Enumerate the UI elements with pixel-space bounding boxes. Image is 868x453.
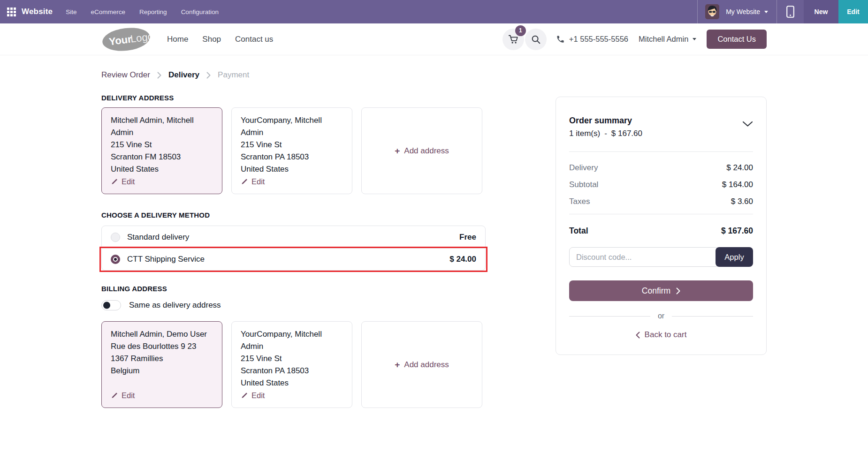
breadcrumb-payment: Payment: [218, 70, 249, 80]
plus-icon: +: [395, 360, 400, 369]
discount-code-group: Apply: [569, 247, 753, 267]
address-street: Rue des Bourlottes 9 23: [111, 340, 213, 353]
chevron-left-icon: [636, 332, 640, 339]
summary-total-row: Total $ 167.60: [569, 226, 753, 236]
edit-address-link[interactable]: Edit: [241, 175, 343, 188]
same-as-delivery-toggle[interactable]: [101, 300, 121, 310]
chevron-down-icon: [742, 121, 753, 127]
phone-link[interactable]: +1 555-555-5556: [556, 35, 628, 44]
pencil-icon: [241, 392, 248, 399]
plus-icon: +: [395, 146, 400, 155]
address-city: 1367 Ramillies: [111, 353, 213, 365]
cart-button[interactable]: 1: [503, 29, 524, 50]
menu-configuration[interactable]: Configuration: [181, 8, 219, 15]
cart-icon: [508, 34, 518, 45]
discount-code-input[interactable]: [569, 247, 719, 267]
checkout-breadcrumb: Review Order Delivery Payment: [101, 70, 868, 80]
nav-home[interactable]: Home: [167, 35, 188, 44]
site-logo[interactable]: Your Logo: [101, 26, 151, 53]
billing-address-cards: Mitchell Admin, Demo User Rue des Bourlo…: [101, 321, 486, 408]
radio-unchecked[interactable]: [111, 233, 120, 242]
pencil-icon: [111, 178, 118, 185]
nav-shop[interactable]: Shop: [202, 35, 221, 44]
same-as-delivery-toggle-row: Same as delivery address: [101, 300, 486, 310]
website-switcher[interactable]: My Website: [726, 8, 768, 15]
divider: [569, 151, 753, 152]
menu-reporting[interactable]: Reporting: [139, 8, 167, 15]
delivery-option-ctt[interactable]: CTT Shipping Service $ 24.00: [102, 248, 485, 270]
phone-number: +1 555-555-5556: [569, 35, 628, 44]
address-country: United States: [111, 163, 213, 175]
chevron-right-icon: [676, 287, 680, 294]
pencil-icon: [111, 392, 118, 399]
chevron-down-icon: [693, 38, 696, 40]
order-summary-card: Order summary 1 item(s) - $ 167.60 Deliv…: [556, 97, 767, 355]
address-name: Mitchell Admin, Demo User: [111, 328, 213, 340]
user-avatar[interactable]: [705, 4, 719, 19]
mobile-preview-button[interactable]: [786, 6, 794, 18]
app-name[interactable]: Website: [22, 7, 53, 16]
billing-address-card-selected[interactable]: Mitchell Admin, Demo User Rue des Bourlo…: [101, 321, 222, 408]
address-country: United States: [241, 163, 343, 175]
new-button[interactable]: New: [804, 0, 838, 23]
apps-menu[interactable]: Website: [7, 7, 53, 16]
admin-topbar: Website Site eCommerce Reporting Configu…: [0, 0, 868, 23]
delivery-option-standard[interactable]: Standard delivery Free: [102, 226, 485, 248]
search-icon: [531, 34, 541, 45]
or-separator: or: [569, 312, 753, 320]
address-name: YourCompany, Mitchell Admin: [241, 114, 343, 139]
delivery-method-title: CHOOSE A DELIVERY METHOD: [101, 211, 486, 219]
address-street: 215 Vine St: [111, 139, 213, 151]
divider: [672, 316, 753, 317]
total-label: Total: [569, 226, 588, 236]
mobile-icon: [786, 6, 794, 18]
pencil-icon: [241, 178, 248, 185]
address-city: Scranton PA 18503: [241, 151, 343, 163]
chevron-right-icon: [206, 72, 211, 79]
radio-checked[interactable]: [111, 255, 120, 264]
address-city: Scranton PA 18503: [241, 365, 343, 377]
site-header: Your Logo Home Shop Contact us 1: [0, 23, 868, 55]
site-nav: Home Shop Contact us: [167, 35, 273, 44]
edit-button[interactable]: Edit: [838, 0, 868, 23]
billing-address-card[interactable]: YourCompany, Mitchell Admin 215 Vine St …: [231, 321, 352, 408]
menu-ecommerce[interactable]: eCommerce: [91, 8, 126, 15]
search-button[interactable]: [525, 29, 547, 50]
delivery-address-cards: Mitchell Admin, Mitchell Admin 215 Vine …: [101, 107, 486, 194]
toggle-label: Same as delivery address: [129, 301, 221, 310]
back-to-cart-link[interactable]: Back to cart: [569, 330, 753, 340]
address-street: 215 Vine St: [241, 353, 343, 365]
edit-address-link[interactable]: Edit: [111, 175, 213, 188]
contact-us-button[interactable]: Contact Us: [707, 30, 767, 49]
breadcrumb-review-order[interactable]: Review Order: [101, 70, 150, 80]
order-summary-title: Order summary: [569, 116, 642, 126]
address-name: Mitchell Admin, Mitchell Admin: [111, 114, 213, 139]
address-country: United States: [241, 377, 343, 389]
address-country: Belgium: [111, 365, 213, 377]
address-name: YourCompany, Mitchell Admin: [241, 328, 343, 353]
address-city: Scranton FM 18503: [111, 151, 213, 163]
order-summary-items-line: 1 item(s) - $ 167.60: [569, 129, 642, 138]
radio-dot: [114, 258, 117, 261]
summary-expand-button[interactable]: [742, 121, 753, 129]
user-name: Mitchell Admin: [639, 35, 688, 44]
nav-contact-us[interactable]: Contact us: [235, 35, 273, 44]
phone-icon: [556, 35, 565, 44]
toggle-knob: [103, 302, 110, 309]
add-delivery-address-button[interactable]: + Add address: [361, 107, 482, 194]
delivery-address-card[interactable]: YourCompany, Mitchell Admin 215 Vine St …: [231, 107, 352, 194]
user-account-menu[interactable]: Mitchell Admin: [639, 35, 696, 44]
add-billing-address-button[interactable]: + Add address: [361, 321, 482, 408]
apply-discount-button[interactable]: Apply: [716, 247, 753, 267]
chevron-down-icon: [764, 11, 768, 13]
avatar-image: [705, 4, 719, 19]
confirm-button[interactable]: Confirm: [569, 280, 753, 301]
edit-address-link[interactable]: Edit: [111, 389, 213, 401]
delivery-address-card-selected[interactable]: Mitchell Admin, Mitchell Admin 215 Vine …: [101, 107, 222, 194]
edit-address-link[interactable]: Edit: [241, 389, 343, 401]
menu-site[interactable]: Site: [66, 8, 76, 15]
delivery-option-price: $ 24.00: [449, 255, 476, 264]
apps-grid-icon: [7, 8, 16, 16]
divider: [569, 214, 753, 214]
billing-address-title: BILLING ADDRESS: [101, 285, 486, 293]
